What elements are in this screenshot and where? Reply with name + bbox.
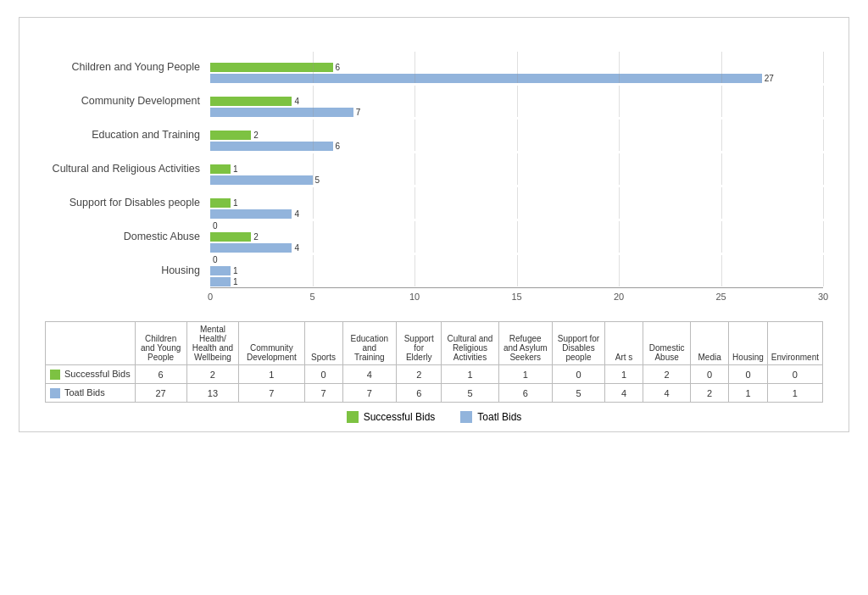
row-label-text: Successful Bids	[64, 369, 131, 379]
table-cell-3: 7	[304, 384, 342, 403]
table-cell-13: 0	[767, 365, 822, 384]
bars-column: 14	[210, 187, 823, 219]
table-header-14: Environment	[767, 322, 822, 365]
bar-value: 1	[233, 277, 238, 286]
bar-fill	[210, 243, 292, 253]
table-row-label: Toatl Bids	[46, 384, 136, 403]
table-cell-13: 1	[767, 384, 822, 403]
table-cell-10: 2	[643, 365, 691, 384]
bar-segment	[210, 52, 823, 61]
table-header-12: Media	[691, 322, 729, 365]
bar-segment: 1	[210, 277, 823, 286]
table-cell-9: 1	[605, 365, 643, 384]
category-label: Domestic Abuse	[45, 231, 210, 243]
table-cell-7: 1	[498, 365, 552, 384]
bars-column: 024	[210, 221, 823, 253]
table-cell-8: 0	[552, 365, 604, 384]
x-tick-label: 10	[409, 292, 420, 302]
table-cell-6: 5	[442, 384, 498, 403]
table-cell-2: 1	[239, 365, 304, 384]
legend-icon	[460, 411, 472, 423]
bars-column: 15	[210, 153, 823, 185]
bar-segment: 1	[210, 266, 823, 275]
table-header-7: Cultural and Religious Activities	[442, 322, 498, 365]
bar-segment: 0	[210, 221, 823, 231]
bar-value: 4	[294, 97, 299, 106]
table-row-label: Successful Bids	[46, 365, 136, 384]
x-tick-label: 15	[511, 292, 521, 302]
table-header-10: Art s	[605, 322, 643, 365]
bar-segment: 0	[210, 255, 823, 264]
table-cell-4: 7	[342, 384, 397, 403]
data-table: Children and Young PeopleMental Health/ …	[45, 321, 823, 403]
bar-fill	[210, 198, 231, 208]
table-header-2: Mental Health/ Health and Wellbeing	[186, 322, 239, 365]
bar-row: Housing011	[45, 253, 823, 287]
bar-fill	[210, 266, 231, 275]
legend-area: Successful BidsToatl Bids	[45, 411, 823, 423]
bar-fill	[210, 142, 333, 151]
category-label: Housing	[45, 264, 210, 277]
category-label: Cultural and Religious Activities	[45, 163, 210, 175]
bar-row: Cultural and Religious Activities15	[45, 152, 823, 186]
bar-segment: 6	[210, 142, 823, 151]
legend-label: Successful Bids	[364, 411, 436, 423]
table-row: Successful Bids62104211012000	[46, 365, 823, 384]
table-cell-5: 2	[397, 365, 442, 384]
bar-row: Support for Disables people14	[45, 186, 823, 220]
table-row: Toatl Bids2713777656544211	[46, 384, 823, 403]
bars-area: Children and Young People627Community De…	[45, 50, 823, 287]
table-cell-0: 6	[135, 365, 186, 384]
bar-segment	[210, 153, 823, 163]
table-cell-1: 13	[186, 384, 239, 403]
x-tick-label: 0	[208, 292, 213, 302]
data-table-wrapper: Children and Young PeopleMental Health/ …	[45, 321, 823, 403]
bar-value: 2	[253, 131, 259, 140]
table-cell-12: 0	[729, 365, 768, 384]
bar-value: 1	[233, 164, 238, 174]
bar-segment: 4	[210, 243, 823, 253]
legend-item: Toatl Bids	[460, 411, 521, 423]
bar-value: 7	[356, 108, 361, 117]
bar-fill	[210, 277, 231, 286]
table-cell-11: 0	[691, 365, 729, 384]
bar-value: 0	[213, 255, 218, 264]
legend-color-box	[50, 370, 60, 380]
bar-fill	[210, 108, 353, 117]
x-tick-label: 25	[715, 292, 726, 302]
x-axis: 051015202530	[210, 287, 823, 309]
table-cell-9: 4	[605, 384, 643, 403]
bar-row: Community Development47	[45, 84, 823, 118]
legend-item: Successful Bids	[347, 411, 436, 423]
table-cell-8: 5	[552, 384, 604, 403]
bar-segment: 7	[210, 108, 823, 117]
bar-segment: 6	[210, 63, 823, 72]
bar-segment: 4	[210, 97, 823, 106]
bar-segment: 1	[210, 198, 823, 208]
bar-value: 5	[315, 175, 320, 185]
bars-column: 011	[210, 255, 823, 286]
table-header-5: Education and Training	[342, 322, 397, 365]
bar-segment: 4	[210, 209, 823, 219]
table-cell-12: 1	[729, 384, 768, 403]
table-header-3: Community Development	[239, 322, 304, 365]
x-tick-label: 20	[614, 292, 624, 302]
table-cell-6: 1	[442, 365, 498, 384]
bar-value: 4	[294, 243, 299, 253]
table-cell-1: 2	[186, 365, 239, 384]
bar-fill	[210, 232, 251, 242]
bar-segment	[210, 86, 823, 95]
bar-value: 0	[213, 221, 218, 231]
bar-fill	[210, 97, 292, 106]
bars-column: 627	[210, 52, 823, 83]
bar-value: 2	[253, 232, 259, 242]
table-cell-11: 2	[691, 384, 729, 403]
x-tick-label: 30	[818, 292, 828, 302]
x-tick-label: 5	[309, 292, 314, 302]
table-header-0	[46, 322, 136, 365]
bar-segment	[210, 120, 823, 129]
bar-row: Education and Training26	[45, 118, 823, 152]
bars-column: 47	[210, 86, 823, 117]
bar-fill	[210, 63, 333, 72]
table-header-9: Support for Disables people	[552, 322, 604, 365]
